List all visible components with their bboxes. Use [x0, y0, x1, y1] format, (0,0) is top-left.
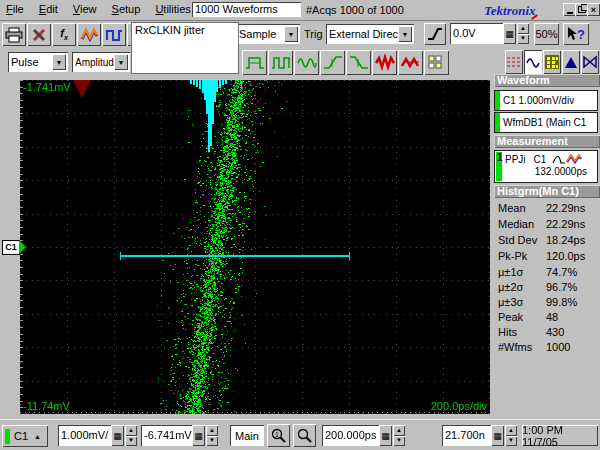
stat-value: 120.0ps — [546, 250, 585, 262]
channel-marker[interactable]: C1 — [2, 240, 20, 255]
measurement-section-header: Measurement — [494, 135, 600, 148]
chevron-down-icon[interactable]: ▼ — [398, 26, 412, 42]
measure-jitter2-button[interactable] — [398, 50, 423, 75]
period-icon — [271, 54, 291, 71]
square-wave-icon — [105, 27, 123, 43]
measure-timing-button[interactable] — [424, 50, 449, 75]
stat-label: μ±1σ — [498, 266, 523, 278]
eye-diagram-icon — [583, 55, 597, 69]
measure-width-button[interactable] — [242, 50, 267, 75]
c1-arrow-icon — [19, 240, 26, 254]
acquisition-mode-select[interactable]: Sample ▼ — [236, 24, 300, 44]
measure-frequency-button[interactable] — [294, 50, 319, 75]
magnifier-1-icon: 1 — [271, 428, 287, 444]
measurement-value: 132.0000ps — [535, 166, 587, 177]
spinner-down-icon[interactable]: ▼ — [517, 34, 529, 45]
close-button[interactable]: × — [587, 3, 600, 16]
measure-type-select[interactable]: Amplitude ▼ — [72, 52, 130, 72]
vertical-scale-spinner[interactable]: ▲ ▼ — [125, 425, 137, 446]
spinner-up-icon[interactable]: ▲ — [206, 425, 218, 436]
trigger-level-spinner[interactable]: ▲ ▼ — [517, 23, 529, 44]
spinner-up-icon[interactable]: ▲ — [505, 425, 517, 436]
histogram-triangle-icon — [564, 55, 578, 69]
close-icon: × — [591, 5, 596, 15]
print-button[interactable] — [2, 23, 26, 46]
help-pointer-button[interactable]: ? — [563, 23, 589, 45]
display-sine-button[interactable] — [524, 50, 542, 74]
zoom-1-button[interactable]: 1 — [267, 424, 290, 447]
menu-file[interactable]: File — [0, 0, 30, 17]
vertical-button[interactable] — [102, 23, 126, 46]
keypad-button[interactable]: ▦ — [111, 425, 124, 446]
horizontal-position-spinner[interactable]: ▲ ▼ — [505, 425, 517, 446]
keypad-button[interactable]: ▦ — [379, 425, 392, 446]
measure-category-select[interactable]: Pulse ▼ — [8, 52, 68, 72]
channel-color-bar — [495, 113, 500, 132]
zoom-2-button[interactable] — [293, 424, 316, 447]
display-vectors-button[interactable] — [505, 50, 523, 74]
spinner-down-icon[interactable]: ▼ — [125, 436, 137, 447]
spinner-up-icon[interactable]: ▲ — [393, 425, 405, 436]
spinner-down-icon[interactable]: ▼ — [505, 436, 517, 447]
keypad-button[interactable]: ▦ — [192, 425, 205, 446]
trigger-slope-button[interactable] — [424, 23, 446, 45]
sine-interpolation-icon — [526, 55, 540, 69]
spinner-down-icon[interactable]: ▼ — [206, 436, 218, 447]
display-color-grade-button[interactable] — [543, 50, 561, 74]
vertical-offset-spinner[interactable]: ▲ ▼ — [206, 425, 218, 446]
display-histogram-button[interactable] — [562, 50, 580, 74]
trigger-level-input[interactable]: 0.0V — [450, 23, 505, 44]
rise-time-icon — [323, 54, 343, 71]
bottom-voltage-label: -11.74mV — [23, 400, 70, 412]
stat-value: 18.24ps — [546, 234, 585, 246]
jitter-icon — [375, 54, 395, 71]
channel-select-button[interactable]: C1 ▲ — [2, 425, 48, 447]
horizontal-scale-spinner[interactable]: ▲ ▼ — [393, 425, 405, 446]
trig-label: Trig — [304, 28, 323, 40]
waveform-item-c1[interactable]: C1 1.000mV/div — [494, 90, 598, 111]
dashed-vectors-icon — [507, 55, 521, 69]
measure-rise-time-button[interactable] — [320, 50, 345, 75]
jitter2-icon — [401, 54, 421, 71]
measure-jitter-button[interactable] — [372, 50, 397, 75]
tools-button[interactable] — [27, 23, 51, 46]
measurement-readout[interactable]: 1 PPJi C1 132.0000ps — [494, 150, 598, 183]
keypad-icon: ▦ — [113, 431, 122, 441]
toolbar-acquisition: fx C Sample ▼ Trig External Direct ▼ 0.0… — [0, 20, 600, 48]
spinner-up-icon[interactable]: ▲ — [125, 425, 137, 436]
vertical-offset-input[interactable]: -6.741mV — [141, 425, 194, 446]
horizontal-scale-input[interactable]: 200.000ps — [322, 425, 381, 446]
vertical-scale-input[interactable]: 1.000mV/ — [58, 425, 113, 446]
annotation-text: RxCLKIN jitter — [132, 23, 238, 36]
display-eye-button[interactable] — [581, 50, 599, 74]
chevron-down-icon[interactable]: ▼ — [52, 54, 66, 70]
keypad-icon: ▦ — [194, 431, 203, 441]
spinner-down-icon[interactable]: ▼ — [393, 436, 405, 447]
channel-color-bar — [5, 429, 10, 444]
waveform-item-label: C1 1.000mV/div — [503, 95, 574, 106]
keypad-icon: ▦ — [493, 431, 502, 441]
timebase-button[interactable]: Main — [230, 425, 264, 446]
spinner-up-icon[interactable]: ▲ — [517, 23, 529, 34]
keypad-button[interactable]: ▦ — [491, 425, 504, 446]
math-button[interactable]: fx — [52, 23, 76, 46]
width-icon — [245, 54, 265, 71]
waveform-button[interactable] — [77, 23, 101, 46]
measure-period-button[interactable] — [268, 50, 293, 75]
waveform-item-wfmdb1[interactable]: WfmDB1 (Main C1 — [494, 112, 598, 133]
horizontal-position-input[interactable]: 21.700n — [442, 425, 493, 446]
chevron-down-icon[interactable]: ▼ — [114, 54, 128, 70]
keypad-button[interactable]: ▦ — [503, 23, 516, 44]
status-bar: C1 ▲ 1.000mV/ ▦ ▲ ▼ -6.741mV ▦ ▲ ▼ Main … — [0, 419, 600, 450]
waveform-count-box: 1000 Waveforms — [192, 2, 301, 17]
set-50-percent-button[interactable]: 50% — [534, 23, 559, 45]
annotation-popup: RxCLKIN jitter — [131, 22, 239, 74]
measure-fall-time-button[interactable] — [346, 50, 371, 75]
chevron-down-icon[interactable]: ▼ — [284, 26, 298, 42]
menu-view[interactable]: View — [67, 0, 103, 17]
trigger-source-select[interactable]: External Direct ▼ — [326, 24, 414, 44]
menu-edit[interactable]: Edit — [33, 0, 64, 17]
stat-label: Std Dev — [498, 234, 537, 246]
menu-utilities[interactable]: Utilities — [149, 0, 196, 17]
menu-setup[interactable]: Setup — [106, 0, 147, 17]
